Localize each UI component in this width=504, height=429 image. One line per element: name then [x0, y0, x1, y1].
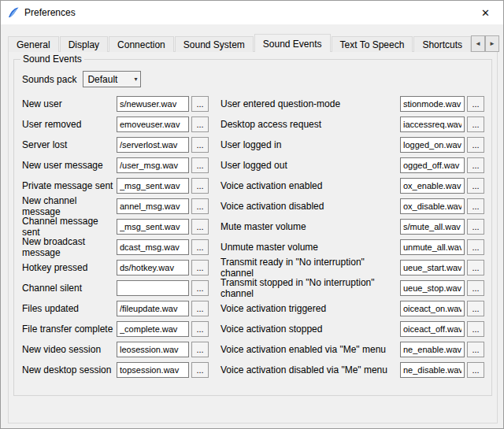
sound-file-input[interactable] [400, 321, 465, 337]
tab-sound-system[interactable]: Sound System [175, 36, 254, 52]
browse-button[interactable]: ... [191, 219, 209, 235]
sound-file-input[interactable] [117, 301, 189, 316]
row-voice-activation-stopped: Voice activation stopped ... [220, 321, 487, 337]
sound-file-input[interactable] [117, 157, 189, 173]
browse-button[interactable]: ... [467, 178, 484, 194]
browse-button[interactable]: ... [467, 219, 484, 235]
tab-text-to-speech[interactable]: Text To Speech [332, 36, 413, 52]
sound-file-input[interactable] [400, 178, 465, 194]
browse-button[interactable]: ... [191, 362, 209, 378]
row-user-logged-in: User logged in ... [220, 137, 487, 153]
row-new-broadcast-message: New broadcast message ... [22, 239, 211, 255]
tab-general[interactable]: General [8, 36, 59, 52]
browse-button[interactable]: ... [191, 116, 209, 132]
sound-file-input[interactable] [117, 116, 189, 132]
event-label: Voice activation enabled [220, 180, 400, 191]
sound-file-input[interactable] [400, 342, 465, 357]
browse-button[interactable]: ... [191, 342, 209, 357]
sounds-pack-select[interactable]: Default ▾ [83, 71, 141, 87]
browse-button[interactable]: ... [467, 301, 484, 316]
browse-button[interactable]: ... [191, 137, 209, 153]
sound-file-input[interactable] [117, 239, 189, 255]
sound-file-input[interactable] [117, 198, 189, 214]
event-label: Desktop access request [220, 119, 400, 130]
sound-file-input[interactable] [117, 280, 189, 296]
browse-button[interactable]: ... [467, 239, 484, 255]
event-label: Mute master volume [220, 221, 400, 232]
close-button[interactable]: ✕ [468, 2, 503, 24]
sound-file-input[interactable] [400, 301, 465, 316]
sound-file-input[interactable] [400, 116, 465, 132]
event-label: New user message [22, 160, 117, 171]
browse-button[interactable]: ... [191, 239, 209, 255]
sound-file-input[interactable] [117, 362, 189, 378]
browse-button[interactable]: ... [467, 280, 484, 296]
browse-button[interactable]: ... [191, 301, 209, 316]
sound-file-input[interactable] [400, 239, 465, 255]
browse-button[interactable]: ... [467, 116, 484, 132]
tab-shortcuts[interactable]: Shortcuts [413, 36, 471, 52]
tab-connection[interactable]: Connection [109, 36, 174, 52]
event-label: Transmit ready in "No interruption" chan… [220, 257, 400, 279]
event-label: New desktop session [22, 364, 117, 375]
sound-file-input[interactable] [400, 157, 465, 173]
browse-button[interactable]: ... [467, 137, 484, 153]
row-hotkey-pressed: Hotkey pressed ... [22, 260, 211, 276]
titlebar: Preferences ✕ [1, 1, 503, 24]
browse-button[interactable]: ... [191, 260, 209, 276]
event-label: Files updated [22, 303, 117, 314]
browse-button[interactable]: ... [191, 157, 209, 173]
row-new-video-session: New video session ... [22, 342, 211, 357]
sound-file-input[interactable] [117, 137, 189, 153]
browse-button[interactable]: ... [467, 362, 484, 378]
row-user-removed: User removed ... [22, 116, 211, 132]
event-label: User entered question-mode [220, 98, 400, 109]
row-new-desktop-session: New desktop session ... [22, 362, 211, 378]
sound-file-input[interactable] [117, 178, 189, 194]
browse-button[interactable]: ... [191, 280, 209, 296]
browse-button[interactable]: ... [467, 198, 484, 214]
event-label: New channel message [22, 195, 117, 217]
sound-file-input[interactable] [400, 96, 465, 112]
sound-file-input[interactable] [400, 280, 465, 296]
tab-sound-events[interactable]: Sound Events [254, 34, 331, 52]
sound-file-input[interactable] [117, 321, 189, 337]
sound-file-input[interactable] [400, 362, 465, 378]
browse-button[interactable]: ... [191, 96, 209, 112]
tab-scroll-right-button[interactable]: ► [485, 35, 499, 52]
sound-file-input[interactable] [117, 96, 189, 112]
tab-bar: General Display Connection Sound System … [8, 34, 471, 52]
sound-file-input[interactable] [117, 219, 189, 235]
browse-button[interactable]: ... [191, 178, 209, 194]
event-label: Voice activation enabled via "Me" menu [220, 344, 400, 355]
row-transmit-ready: Transmit ready in "No interruption" chan… [220, 260, 487, 276]
browse-button[interactable]: ... [467, 342, 484, 357]
tab-scroll-left-button[interactable]: ◄ [471, 35, 485, 52]
event-label: Voice activation disabled via "Me" menu [220, 364, 400, 375]
chevron-down-icon: ▾ [134, 76, 137, 83]
sound-events-pane: Sound Events Sounds pack Default ▾ New u… [8, 51, 498, 423]
row-transmit-stopped: Transmit stopped in "No interruption" ch… [220, 280, 487, 296]
row-voice-activation-enabled: Voice activation enabled ... [220, 178, 487, 194]
sound-file-input[interactable] [400, 198, 465, 214]
sound-file-input[interactable] [400, 260, 465, 276]
row-voice-activation-triggered: Voice activation triggered ... [220, 301, 487, 316]
event-label: Hotkey pressed [22, 262, 117, 273]
browse-button[interactable]: ... [191, 321, 209, 337]
browse-button[interactable]: ... [467, 260, 484, 276]
tab-display[interactable]: Display [60, 36, 108, 52]
browse-button[interactable]: ... [467, 96, 484, 112]
sound-file-input[interactable] [400, 137, 465, 153]
sound-file-input[interactable] [400, 219, 465, 235]
browse-button[interactable]: ... [467, 157, 484, 173]
browse-button[interactable]: ... [191, 198, 209, 214]
browse-button[interactable]: ... [467, 321, 484, 337]
sound-events-right-column: User entered question-mode ... Desktop a… [220, 96, 487, 383]
sound-file-input[interactable] [117, 260, 189, 276]
event-label: Voice activation disabled [220, 201, 400, 212]
row-new-user-message: New user message ... [22, 157, 211, 173]
sound-file-input[interactable] [117, 342, 189, 357]
sound-events-left-column: New user ... User removed ... Server los… [22, 96, 211, 383]
event-label: Voice activation stopped [220, 324, 400, 335]
event-label: Unmute master volume [220, 242, 400, 253]
